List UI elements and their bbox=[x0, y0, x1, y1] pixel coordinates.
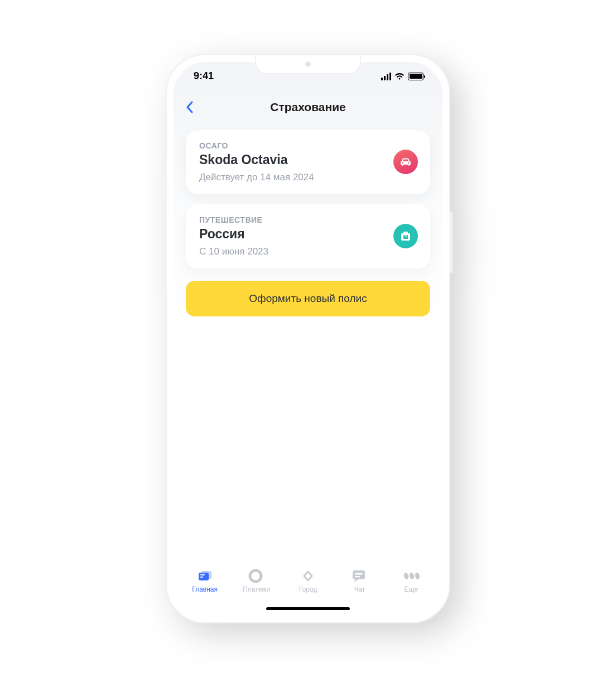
tab-city[interactable]: Город bbox=[286, 569, 330, 593]
suitcase-icon bbox=[393, 224, 418, 248]
notch bbox=[255, 55, 361, 74]
svg-rect-3 bbox=[200, 577, 203, 578]
car-icon bbox=[393, 150, 418, 174]
nav-header: Страхование bbox=[174, 94, 442, 120]
svg-rect-1 bbox=[199, 573, 209, 580]
tab-label: Еще bbox=[405, 585, 418, 593]
policy-card[interactable]: ОСАГО Skoda Octavia Действует до 14 мая … bbox=[186, 130, 430, 194]
tab-home[interactable]: Главная bbox=[182, 569, 227, 593]
policy-type: ПУТЕШЕСТВИЕ bbox=[199, 215, 268, 224]
home-indicator bbox=[266, 607, 350, 610]
page-title: Страхование bbox=[270, 100, 346, 114]
tab-chat[interactable]: Чат bbox=[337, 569, 382, 593]
svg-point-10 bbox=[414, 572, 420, 580]
back-button[interactable] bbox=[184, 101, 196, 113]
policy-subtitle: С 10 июня 2023 bbox=[199, 246, 268, 257]
svg-rect-7 bbox=[355, 576, 360, 578]
battery-icon bbox=[408, 73, 424, 80]
tab-label: Город bbox=[299, 585, 317, 593]
volume-down-button bbox=[163, 245, 167, 285]
svg-rect-5 bbox=[353, 570, 365, 579]
svg-point-9 bbox=[408, 572, 415, 580]
policy-title: Skoda Octavia bbox=[199, 152, 314, 167]
cellular-signal-icon bbox=[381, 73, 391, 80]
policy-subtitle: Действует до 14 мая 2024 bbox=[199, 172, 314, 183]
status-time: 9:41 bbox=[194, 70, 214, 82]
home-icon bbox=[196, 569, 213, 583]
policy-card[interactable]: ПУТЕШЕСТВИЕ Россия С 10 июня 2023 bbox=[186, 204, 430, 268]
new-policy-button[interactable]: Оформить новый полис bbox=[186, 281, 430, 316]
tab-label: Главная bbox=[192, 585, 218, 593]
screen: 9:41 Страхование ОСАГО Skoda Octavia Дей… bbox=[174, 62, 442, 616]
tab-label: Платежи bbox=[243, 585, 270, 593]
status-icons bbox=[381, 73, 424, 80]
policy-title: Россия bbox=[199, 227, 268, 242]
tab-label: Чат bbox=[354, 585, 365, 593]
tab-more[interactable]: Еще bbox=[389, 569, 434, 593]
power-button bbox=[449, 212, 453, 273]
payments-icon bbox=[248, 569, 265, 583]
chevron-left-icon bbox=[186, 101, 194, 113]
phone-frame: 9:41 Страхование ОСАГО Skoda Octavia Дей… bbox=[166, 54, 450, 623]
new-policy-label: Оформить новый полис bbox=[249, 292, 367, 305]
policy-type: ОСАГО bbox=[199, 141, 314, 150]
tab-payments[interactable]: Платежи bbox=[234, 569, 279, 593]
svg-rect-6 bbox=[355, 573, 363, 575]
wifi-icon bbox=[394, 73, 405, 80]
svg-point-8 bbox=[403, 572, 409, 580]
svg-point-4 bbox=[250, 570, 261, 582]
mute-switch bbox=[163, 156, 167, 177]
content: ОСАГО Skoda Octavia Действует до 14 мая … bbox=[174, 120, 442, 564]
volume-up-button bbox=[163, 195, 167, 235]
chat-icon bbox=[351, 569, 368, 583]
svg-rect-2 bbox=[200, 574, 205, 575]
city-icon bbox=[300, 569, 316, 583]
more-icon bbox=[403, 569, 420, 583]
